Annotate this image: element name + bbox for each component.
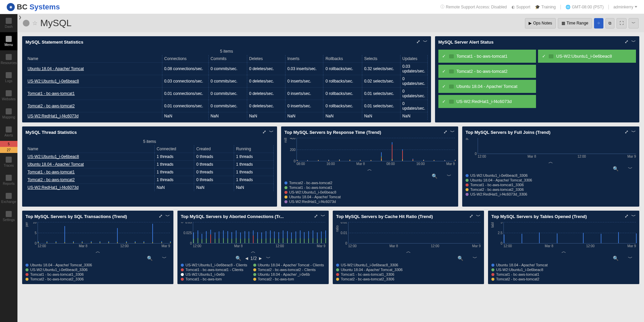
legend-item[interactable]: Ubuntu 18.04 - Apache/ Tomcat_3306 <box>336 267 481 272</box>
legend-item[interactable]: Tomcat2 - bc-aws-tomcat2 <box>491 277 636 281</box>
legend-item[interactable]: US-W2:Ubuntu1_i-0e6beac8 <box>491 267 636 272</box>
ops-notes-button[interactable]: ▶ Ops Notes <box>525 18 556 29</box>
fullscreen-button[interactable]: ⛶ <box>616 18 627 29</box>
alert-card[interactable]: ✓US-W2:Ubuntu1_i-0e6beac8 <box>538 50 636 63</box>
cell[interactable]: Ubuntu 18.04 - Apache/ Tomcat <box>25 63 162 75</box>
expand-icon[interactable]: ⤢ <box>625 39 629 45</box>
col-header[interactable]: Deletes <box>247 55 285 63</box>
legend-item[interactable]: US-W2:Ubuntu1_i-0e6beac8 - Clients <box>181 263 253 267</box>
alert-card[interactable]: ✓Ubuntu 18.04 - Apache/ Tomcat <box>438 80 536 93</box>
legend-item[interactable]: Tomcat2 - bc-aws-tomcat2_3306 <box>336 277 481 281</box>
sidebar-item-dash[interactable]: Dash <box>0 14 17 32</box>
chevron-down-icon[interactable]: ﹀ <box>631 213 636 219</box>
chevron-down-icon[interactable]: ﹀ <box>423 39 428 45</box>
clone-button[interactable]: ⧉ <box>605 18 614 29</box>
cell[interactable]: Tomcat2 - bc-aws-tomcat2 <box>25 176 155 184</box>
chevron-up-icon[interactable]: ︿ <box>561 249 566 255</box>
alert-card[interactable]: ✓US-W2:RedHat1_i-f4c6073d <box>438 95 536 108</box>
search-icon[interactable]: 🔍 <box>147 256 153 261</box>
chevron-down-icon[interactable]: ﹀ <box>269 129 274 135</box>
search-icon[interactable]: 🔍 <box>432 173 437 179</box>
sidebar-expand-button[interactable]: ❯ <box>17 14 22 20</box>
legend-item[interactable]: Tomcat2 - bc-aws-tomcat2 - Clients <box>253 267 326 272</box>
sidebar-item-alerts[interactable]: Alerts <box>0 123 17 141</box>
legend-item[interactable]: Tomcat1 - bc-aws-tomcat1_3306 <box>25 272 170 277</box>
legend-item[interactable]: US-W2:Ubuntu1_i-0e6beac8_3306 <box>466 173 636 178</box>
chevron-up-icon[interactable]: ︿ <box>548 159 553 165</box>
chevron-down-icon[interactable]: ﹀ <box>631 39 636 45</box>
alert-badge-warning[interactable]: 27 <box>0 147 17 153</box>
legend-item[interactable]: Tomcat1 - bc-aws-tomcat1 <box>284 185 455 190</box>
view-mode-button[interactable]: ⁘ <box>594 18 603 29</box>
col-header[interactable]: Created <box>194 145 234 153</box>
search-icon[interactable]: 🔍 <box>235 256 241 261</box>
col-header[interactable]: Connections <box>162 55 208 63</box>
legend-item[interactable]: Ubuntu 18.04 - Apache/ Tomcat <box>491 263 636 267</box>
chevron-down-icon[interactable]: ﹀ <box>447 173 451 179</box>
legend-item[interactable]: Ubuntu 18.04 - Apache/ Tomcat <box>284 195 455 199</box>
sidebar-item-websites[interactable]: Websites <box>0 87 17 105</box>
sidebar-item-resources[interactable]: Resources <box>0 50 17 68</box>
cell[interactable]: Tomcat2 - bc-aws-tomcat2 <box>25 100 162 112</box>
sidebar-item-reports[interactable]: Reports <box>0 171 17 189</box>
cell[interactable]: Ubuntu 18.04 - Apache/ Tomcat <box>25 161 155 168</box>
cell[interactable]: US-W2:RedHat1_i-f4c6073d <box>25 112 162 120</box>
chevron-down-icon[interactable]: ﹀ <box>476 213 481 219</box>
legend-item[interactable]: US-W2:Ubuntu1_i-0e6beac8_3306 <box>336 263 481 267</box>
chevron-up-icon[interactable]: ︿ <box>367 166 372 172</box>
legend-item[interactable]: Ubuntu 18.04 - Apache/ _i-0e6b <box>253 272 326 277</box>
sidebar-item-logs[interactable]: Logs <box>0 68 17 87</box>
timezone-selector[interactable]: 🌐 GMT-08:00 (PST) <box>566 5 604 9</box>
chevron-down-icon[interactable]: ﹀ <box>450 129 455 135</box>
search-icon[interactable]: 🔍 <box>458 256 463 261</box>
legend-item[interactable]: Tomcat2 - bc-aws-tomcat2_3306 <box>25 277 170 281</box>
cell[interactable]: US-W2:RedHat1_i-f4c6073d <box>25 184 155 192</box>
legend-item[interactable]: Tomcat2 - bc-aws-tomcat2 <box>284 180 455 185</box>
cell[interactable]: US-W2:Ubuntu1_i-0e6beac8 <box>25 75 162 88</box>
expand-icon[interactable]: ⤢ <box>625 129 629 135</box>
expand-icon[interactable]: ⤢ <box>262 129 266 135</box>
chevron-down-icon[interactable]: ﹀ <box>473 255 477 261</box>
legend-item[interactable]: Tomcat1 - bc-aws-tomcat1_3306 <box>336 272 481 277</box>
legend-item[interactable]: Ubuntu 18.04 - Apache/ Tomcat_3306 <box>25 263 170 267</box>
legend-item[interactable]: Tomcat1 - bc-aws-tomcat1_3306 <box>466 182 636 187</box>
expand-icon[interactable]: ⤢ <box>443 129 447 135</box>
col-header[interactable]: Rollbacks <box>323 55 362 63</box>
legend-item[interactable]: US-W2:RedHat1_i-f4c6073d <box>284 199 455 204</box>
training-link[interactable]: 🎓 Training <box>535 5 556 9</box>
col-header[interactable]: Updates <box>400 55 427 63</box>
chevron-down-icon[interactable]: ﹀ <box>266 255 271 261</box>
time-range-button[interactable]: ▦ Time Range <box>558 18 592 29</box>
col-header[interactable]: Running <box>234 145 273 153</box>
legend-item[interactable]: Ubuntu 18.04 - Apache/ Tomcat_3306 <box>466 178 636 182</box>
alert-card[interactable]: ✓Tomcat2 - bc-aws-tomcat2 <box>438 65 536 78</box>
col-header[interactable]: Commits <box>208 55 247 63</box>
legend-item[interactable]: US-W2:Ubuntu1_i-0e6beac8_3306 <box>25 267 170 272</box>
legend-item[interactable]: US-W2:RedHat1_i-f4c6073d_3306 <box>466 192 636 197</box>
chevron-down-icon[interactable]: ﹀ <box>321 213 325 219</box>
sidebar-item-traces[interactable]: Traces <box>0 153 17 171</box>
chevron-down-icon[interactable]: ﹀ <box>162 255 167 261</box>
expand-icon[interactable]: ⤢ <box>469 213 473 219</box>
user-menu[interactable]: adminkerry <box>613 5 637 9</box>
chevron-up-icon[interactable]: ︿ <box>96 249 100 255</box>
cell[interactable]: US-W2:Ubuntu1_i-0e6beac8 <box>25 153 155 161</box>
search-icon[interactable]: 🔍 <box>613 166 619 171</box>
legend-item[interactable]: Tomcat1 - bc-aws-tomcat1 <box>491 272 636 277</box>
cell[interactable]: Tomcat1 - bc-aws-tomcat1 <box>25 168 155 176</box>
legend-item[interactable]: US-W2:Ubuntu1_i-0e6b <box>181 272 253 277</box>
expand-icon[interactable]: ⤢ <box>625 213 629 219</box>
expand-icon[interactable]: ⤢ <box>416 39 420 45</box>
more-menu-button[interactable]: ﹀ <box>629 18 639 29</box>
support-link[interactable]: ◐ Support <box>512 5 530 9</box>
search-icon[interactable]: 🔍 <box>613 256 619 261</box>
chevron-up-icon[interactable]: ︿ <box>406 249 411 255</box>
legend-item[interactable]: Tomcat1 - bc-aws-tomcat1 - Clients <box>181 267 253 272</box>
col-header[interactable]: Inserts <box>285 55 323 63</box>
chevron-down-icon[interactable]: ﹀ <box>628 255 633 261</box>
cell[interactable]: Tomcat1 - bc-aws-tomcat1 <box>25 88 162 100</box>
legend-item[interactable]: Tomcat2 - bc-aws-tomcat2_3306 <box>466 187 636 192</box>
sidebar-item-menu[interactable]: Menu <box>0 32 17 50</box>
col-header[interactable]: Selects <box>362 55 400 63</box>
expand-icon[interactable]: ⤢ <box>314 213 318 219</box>
